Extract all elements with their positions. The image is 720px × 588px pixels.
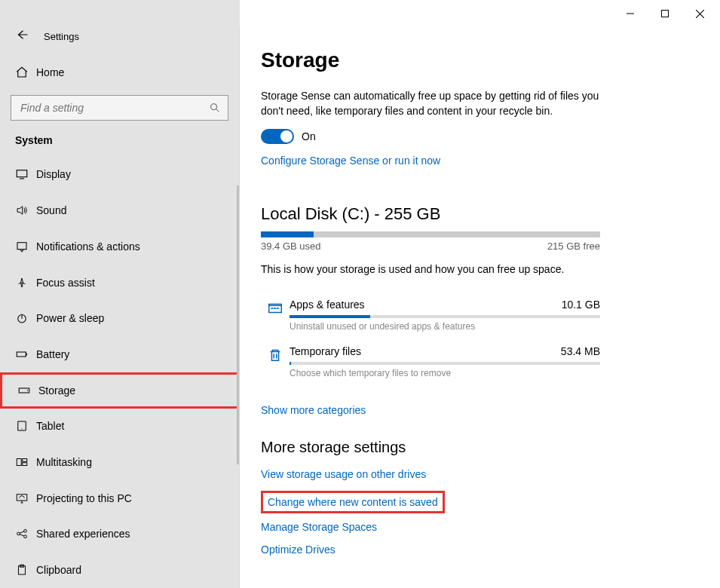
sidebar-label: Display: [36, 168, 71, 180]
app-title: Settings: [44, 31, 79, 42]
svg-point-16: [24, 530, 27, 533]
disk-free-label: 215 GB free: [547, 240, 600, 252]
sidebar-category: System: [0, 127, 239, 157]
svg-point-17: [24, 535, 27, 538]
sidebar-item-shared[interactable]: Shared experiences: [0, 516, 239, 553]
tablet-icon: [15, 419, 36, 433]
category-apps[interactable]: Apps & features 10.1 GB Uninstall unused…: [261, 299, 600, 332]
optimize-drives-link[interactable]: Optimize Drives: [261, 544, 699, 556]
svg-rect-23: [277, 308, 279, 309]
svg-rect-13: [23, 463, 27, 466]
svg-rect-3: [17, 243, 26, 250]
category-hint: Uninstall unused or undesired apps & fea…: [290, 321, 600, 332]
toggle-state-label: On: [302, 130, 316, 142]
sidebar-item-projecting[interactable]: Projecting to this PC: [0, 480, 239, 516]
search-input[interactable]: [11, 95, 228, 121]
manage-storage-spaces-link[interactable]: Manage Storage Spaces: [261, 521, 699, 533]
more-settings-heading: More storage settings: [261, 439, 699, 456]
sidebar-item-tablet[interactable]: Tablet: [0, 409, 239, 445]
sidebar-item-power[interactable]: Power & sleep: [0, 300, 239, 336]
sidebar-label: Focus assist: [36, 277, 95, 289]
power-icon: [15, 311, 36, 325]
svg-point-10: [21, 428, 22, 429]
category-name: Apps & features: [290, 299, 365, 311]
sidebar-item-focus[interactable]: Focus assist: [0, 265, 239, 301]
notifications-icon: [15, 240, 36, 253]
sidebar-item-storage[interactable]: Storage: [0, 372, 239, 409]
page-title: Storage: [261, 48, 699, 72]
sidebar-label: Tablet: [36, 420, 64, 432]
sidebar-item-sound[interactable]: Sound: [0, 192, 239, 228]
sidebar-label: Battery: [36, 348, 69, 360]
svg-rect-11: [17, 459, 21, 466]
svg-point-1: [211, 103, 217, 109]
view-usage-other-drives-link[interactable]: View storage usage on other drives: [261, 468, 699, 480]
disk-subtext: This is how your storage is used and how…: [261, 262, 608, 277]
sidebar-home-label: Home: [36, 66, 64, 78]
show-more-categories-link[interactable]: Show more categories: [261, 404, 366, 416]
svg-point-15: [17, 533, 20, 536]
projecting-icon: [15, 492, 36, 505]
svg-rect-22: [274, 308, 276, 309]
sidebar-label: Shared experiences: [36, 528, 130, 540]
home-icon: [15, 66, 36, 79]
back-button[interactable]: [15, 28, 39, 45]
sidebar-home[interactable]: Home: [0, 54, 239, 90]
sidebar-label: Notifications & actions: [36, 240, 140, 253]
category-size: 10.1 GB: [562, 299, 600, 311]
configure-storage-sense-link[interactable]: Configure Storage Sense or run it now: [261, 155, 440, 167]
svg-point-8: [27, 390, 29, 391]
sidebar: Settings Home System: [0, 27, 240, 588]
sidebar-list: Display Sound Notifications & actions: [0, 157, 239, 588]
category-bar: [290, 362, 600, 365]
storage-icon: [17, 384, 38, 397]
sound-icon: [15, 204, 36, 217]
search-field[interactable]: [11, 102, 202, 114]
svg-rect-5: [17, 352, 26, 357]
clipboard-icon: [15, 563, 36, 577]
sidebar-item-clipboard[interactable]: Clipboard: [0, 552, 239, 588]
category-size: 53.4 MB: [561, 345, 600, 357]
sidebar-label: Multitasking: [36, 456, 92, 468]
svg-rect-20: [269, 305, 282, 312]
sidebar-item-battery[interactable]: Battery: [0, 336, 239, 372]
trash-icon: [261, 345, 290, 378]
sidebar-item-multitasking[interactable]: Multitasking: [0, 444, 239, 480]
change-content-saved-link[interactable]: Change where new content is saved: [268, 496, 438, 508]
search-icon: [202, 102, 228, 114]
category-name: Temporary files: [290, 345, 361, 357]
category-temp[interactable]: Temporary files 53.4 MB Choose which tem…: [261, 345, 600, 378]
change-content-saved-link-highlight: Change where new content is saved: [261, 491, 445, 513]
shared-icon: [15, 527, 36, 541]
svg-rect-6: [26, 353, 27, 355]
svg-rect-12: [23, 459, 27, 462]
title-bar: [0, 0, 720, 27]
sidebar-scrollbar[interactable]: [237, 185, 239, 464]
focus-icon: [15, 276, 36, 289]
battery-icon: [15, 348, 36, 361]
maximize-button[interactable]: [648, 2, 682, 25]
disk-title: Local Disk (C:) - 255 GB: [261, 204, 699, 224]
apps-icon: [261, 299, 290, 332]
close-button[interactable]: [682, 2, 717, 25]
storage-sense-description: Storage Sense can automatically free up …: [261, 89, 608, 118]
display-icon: [15, 167, 36, 181]
storage-sense-toggle[interactable]: [261, 129, 294, 144]
disk-used-label: 39.4 GB used: [261, 240, 321, 252]
main-panel: Storage Storage Sense can automatically …: [240, 27, 720, 588]
minimize-button[interactable]: [613, 2, 648, 25]
sidebar-label: Sound: [36, 204, 66, 216]
sidebar-label: Projecting to this PC: [36, 492, 132, 504]
disk-usage-bar: [261, 231, 600, 237]
svg-rect-0: [662, 11, 669, 17]
svg-rect-2: [17, 170, 27, 177]
sidebar-item-notifications[interactable]: Notifications & actions: [0, 228, 239, 265]
sidebar-label: Clipboard: [36, 564, 81, 576]
multitasking-icon: [15, 455, 36, 469]
sidebar-label: Storage: [38, 384, 75, 397]
svg-rect-21: [271, 308, 274, 309]
category-hint: Choose which temporary files to remove: [290, 368, 600, 378]
sidebar-item-display[interactable]: Display: [0, 157, 239, 193]
category-bar: [290, 315, 600, 318]
sidebar-label: Power & sleep: [36, 312, 104, 324]
